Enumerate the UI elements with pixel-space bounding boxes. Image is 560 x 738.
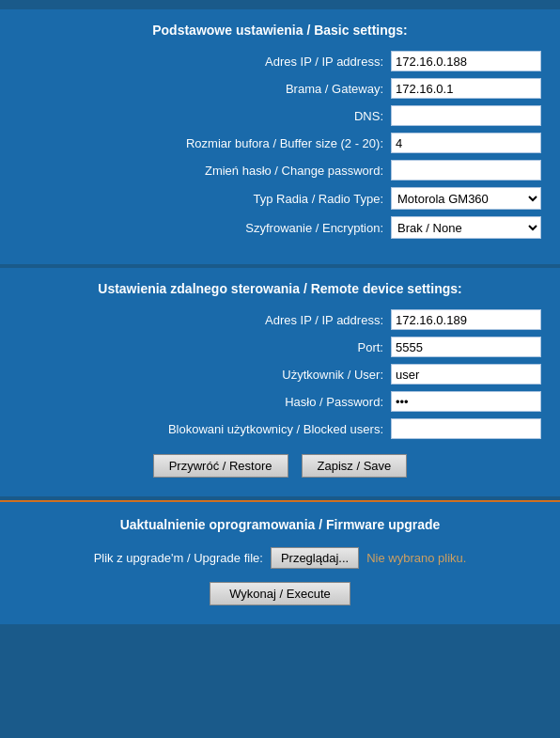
change-password-label: Zmień hasło / Change password: (147, 164, 391, 178)
dns-input[interactable] (391, 105, 541, 126)
dns-label: DNS: (147, 109, 391, 123)
remote-ip-input[interactable] (391, 309, 541, 330)
restore-button[interactable]: Przywróć / Restore (153, 454, 288, 478)
port-label: Port: (147, 340, 391, 354)
basic-settings-section: Podstawowe ustawienia / Basic settings: … (0, 9, 560, 264)
ip-address-input[interactable] (391, 51, 541, 71)
basic-settings-title: Podstawowe ustawienia / Basic settings: (19, 23, 541, 38)
user-row: Użytkownik / User: (19, 364, 541, 385)
firmware-file-label: Plik z upgrade'm / Upgrade file: (94, 551, 263, 565)
encryption-row: Szyfrowanie / Encryption: Brak / None AE… (19, 216, 541, 239)
no-file-text: Nie wybrano pliku. (366, 551, 466, 565)
main-container: Podstawowe ustawienia / Basic settings: … (0, 0, 560, 634)
encryption-select[interactable]: Brak / None AES DES (391, 216, 541, 239)
firmware-section: Uaktualnienie oprogramowania / Firmware … (0, 502, 560, 624)
save-button[interactable]: Zapisz / Save (302, 454, 408, 478)
gateway-input[interactable] (391, 78, 541, 99)
gateway-row: Brama / Gateway: (19, 78, 541, 99)
blocked-users-label: Blokowani użytkownicy / Blocked users: (147, 422, 391, 436)
radio-type-select[interactable]: Motorola GM360 Kenwood Icom Other (391, 187, 541, 210)
dns-row: DNS: (19, 105, 541, 126)
ip-address-row: Adres IP / IP address: (19, 51, 541, 71)
action-buttons-row: Przywróć / Restore Zapisz / Save (19, 454, 541, 478)
password-label: Hasło / Password: (147, 395, 391, 409)
change-password-row: Zmień hasło / Change password: (19, 160, 541, 181)
buffer-row: Rozmiar bufora / Buffer size (2 - 20): (19, 133, 541, 153)
radio-type-label: Typ Radia / Radio Type: (147, 192, 391, 206)
blocked-users-row: Blokowani użytkownicy / Blocked users: (19, 418, 541, 439)
change-password-input[interactable] (391, 160, 541, 181)
radio-type-row: Typ Radia / Radio Type: Motorola GM360 K… (19, 187, 541, 210)
port-input[interactable] (391, 337, 541, 357)
remote-ip-label: Adres IP / IP address: (147, 313, 391, 327)
buffer-input[interactable] (391, 133, 541, 153)
execute-button[interactable]: Wykonaj / Execute (210, 582, 350, 605)
remote-settings-title: Ustawienia zdalnego sterowania / Remote … (19, 281, 541, 296)
password-row: Hasło / Password: (19, 391, 541, 412)
ip-address-label: Adres IP / IP address: (147, 55, 391, 69)
user-label: Użytkownik / User: (147, 368, 391, 382)
password-input[interactable] (391, 391, 541, 412)
remote-settings-section: Ustawienia zdalnego sterowania / Remote … (0, 268, 560, 496)
user-input[interactable] (391, 364, 541, 385)
port-row: Port: (19, 337, 541, 357)
blocked-users-input[interactable] (391, 418, 541, 439)
firmware-file-row: Plik z upgrade'm / Upgrade file: Przeglą… (19, 547, 541, 569)
remote-ip-row: Adres IP / IP address: (19, 309, 541, 330)
gateway-label: Brama / Gateway: (147, 82, 391, 96)
buffer-label: Rozmiar bufora / Buffer size (2 - 20): (147, 136, 391, 150)
execute-row: Wykonaj / Execute (19, 582, 541, 605)
firmware-title: Uaktualnienie oprogramowania / Firmware … (19, 517, 541, 532)
encryption-label: Szyfrowanie / Encryption: (147, 221, 391, 235)
browse-button[interactable]: Przeglądaj... (271, 547, 359, 569)
